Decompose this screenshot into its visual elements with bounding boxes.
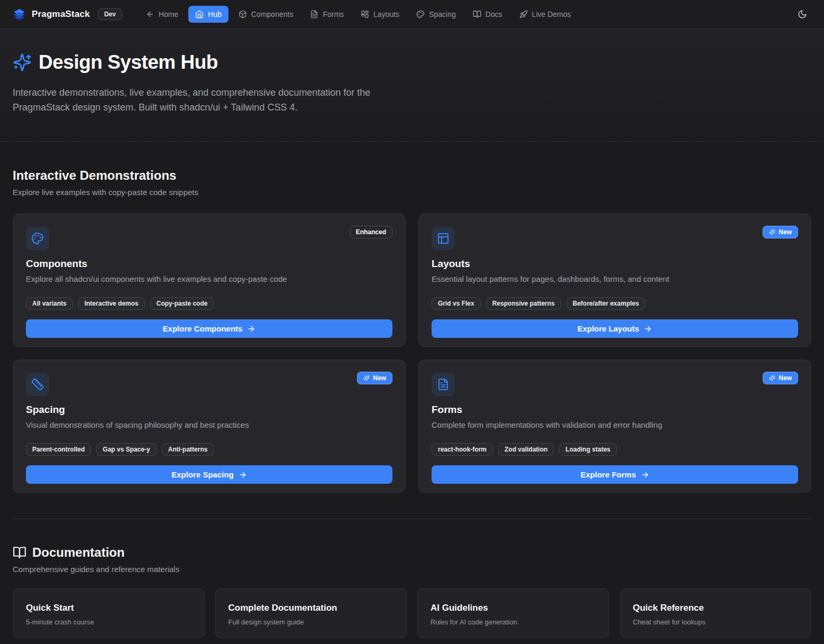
nav-item-hub[interactable]: Hub	[188, 6, 228, 23]
palette-icon	[31, 232, 44, 245]
arrow-right-icon	[641, 471, 649, 479]
explore-forms-button[interactable]: Explore Forms	[432, 465, 798, 484]
nav-label: Live Demos	[532, 10, 571, 19]
file-text-icon	[437, 378, 450, 391]
tag-badge: Loading states	[559, 443, 617, 456]
sparkles-icon	[363, 375, 370, 381]
card-title: Components	[26, 258, 392, 270]
explore-components-button[interactable]: Explore Components	[26, 319, 392, 338]
demos-heading: Interactive Demonstrations	[13, 168, 176, 183]
theme-toggle-button[interactable]	[793, 5, 811, 23]
doc-card-description: Cheat sheet for lookups	[633, 618, 799, 626]
enhanced-badge: Enhanced	[350, 226, 392, 238]
nav-item-live-demos[interactable]: Live Demos	[512, 6, 578, 23]
rocket-icon	[519, 10, 528, 19]
explore-layouts-button[interactable]: Explore Layouts	[432, 319, 798, 338]
box-icon	[239, 10, 247, 19]
button-label: Explore Spacing	[171, 470, 234, 479]
layouts-icon-tile	[432, 227, 455, 250]
new-badge: New	[763, 226, 798, 238]
nav-item-home[interactable]: Home	[139, 6, 185, 23]
nav-label: Forms	[323, 10, 344, 19]
doc-card-description: Full design system guide	[228, 618, 394, 626]
docs-subheading: Comprehensive guides and reference mater…	[13, 565, 811, 574]
tag-badge: Gap vs Space-y	[96, 443, 156, 456]
docs-cards-grid: Quick Start 5-minute crash course Comple…	[13, 588, 811, 638]
nav-label: Home	[159, 10, 178, 19]
layout-icon	[437, 232, 450, 245]
tag-badge: Grid vs Flex	[432, 297, 481, 310]
new-badge: New	[763, 372, 798, 384]
moon-icon	[798, 10, 807, 19]
nav-item-components[interactable]: Components	[232, 6, 300, 23]
sparkles-icon	[769, 229, 775, 235]
nav-item-forms[interactable]: Forms	[303, 6, 351, 23]
page-title: Design System Hub	[39, 51, 218, 73]
doc-card-quick-start[interactable]: Quick Start 5-minute crash course	[13, 588, 205, 638]
book-open-icon	[13, 546, 26, 559]
tag-badge: All variants	[26, 297, 73, 310]
demo-card-components: Enhanced Components Explore all shadcn/u…	[13, 214, 406, 347]
navbar: PragmaStack Dev Home Hub Components Form…	[0, 0, 824, 29]
layers-logo-icon	[13, 8, 26, 21]
doc-card-title: Quick Reference	[633, 603, 799, 613]
arrow-right-icon	[247, 325, 255, 333]
sparkles-icon	[13, 53, 32, 72]
arrow-left-icon	[146, 10, 154, 19]
doc-card-description: Rules for AI code generation	[431, 618, 596, 626]
arrow-right-icon	[644, 325, 652, 333]
nav-label: Spacing	[429, 10, 456, 19]
hero-description: Interactive demonstrations, live example…	[13, 85, 407, 115]
card-description: Explore all shadcn/ui components with li…	[26, 274, 392, 283]
button-label: Explore Layouts	[578, 324, 639, 333]
demos-section: Interactive Demonstrations Explore live …	[0, 168, 824, 493]
tag-row: All variants Interactive demos Copy-past…	[26, 297, 392, 310]
brand[interactable]: PragmaStack Dev	[13, 8, 122, 21]
arrow-right-icon	[239, 471, 247, 479]
card-description: Complete form implementations with valid…	[432, 420, 798, 429]
nav-item-docs[interactable]: Docs	[466, 6, 509, 23]
badge-label: New	[779, 374, 792, 382]
nav-item-layouts[interactable]: Layouts	[354, 6, 406, 23]
new-badge: New	[357, 372, 392, 384]
book-open-icon	[473, 10, 481, 19]
tag-row: Parent-controlled Gap vs Space-y Anti-pa…	[26, 443, 392, 456]
doc-card-title: Quick Start	[26, 603, 191, 613]
palette-icon	[416, 10, 425, 19]
explore-spacing-button[interactable]: Explore Spacing	[26, 465, 392, 484]
card-title: Forms	[432, 404, 798, 416]
demo-cards-grid: Enhanced Components Explore all shadcn/u…	[13, 214, 811, 493]
doc-card-description: 5-minute crash course	[26, 618, 191, 626]
demo-card-forms: New Forms Complete form implementations …	[418, 360, 811, 493]
sparkles-icon	[769, 375, 775, 381]
documentation-section: Documentation Comprehensive guides and r…	[0, 545, 824, 638]
doc-card-title: AI Guidelines	[431, 603, 596, 613]
card-title: Spacing	[26, 404, 392, 416]
home-icon	[195, 10, 204, 19]
demo-card-spacing: New Spacing Visual demonstrations of spa…	[13, 360, 406, 493]
demos-subheading: Explore live examples with copy-paste co…	[13, 188, 811, 197]
spacing-icon-tile	[26, 373, 49, 396]
doc-card-complete-documentation[interactable]: Complete Documentation Full design syste…	[215, 588, 407, 638]
nav-item-spacing[interactable]: Spacing	[409, 6, 463, 23]
tag-row: Grid vs Flex Responsive patterns Before/…	[432, 297, 798, 310]
docs-heading: Documentation	[32, 545, 125, 560]
nav-label: Hub	[208, 10, 222, 19]
button-label: Explore Components	[163, 324, 243, 333]
doc-card-ai-guidelines[interactable]: AI Guidelines Rules for AI code generati…	[417, 588, 609, 638]
card-description: Visual demonstrations of spacing philoso…	[26, 420, 392, 429]
tag-row: react-hook-form Zod validation Loading s…	[432, 443, 798, 456]
tag-badge: Parent-controlled	[26, 443, 91, 456]
doc-card-title: Complete Documentation	[228, 603, 394, 613]
layout-grid-icon	[361, 10, 369, 19]
tag-badge: Anti-patterns	[162, 443, 214, 456]
badge-label: New	[779, 228, 792, 236]
demo-card-layouts: New Layouts Essential layout patterns fo…	[418, 214, 811, 347]
components-icon-tile	[26, 227, 49, 250]
file-text-icon	[310, 10, 318, 19]
brand-name: PragmaStack	[32, 9, 90, 20]
main-nav: Home Hub Components Forms Layouts Spacin…	[139, 6, 578, 23]
tag-badge: Copy-paste code	[150, 297, 214, 310]
doc-card-quick-reference[interactable]: Quick Reference Cheat sheet for lookups	[620, 588, 812, 638]
tag-badge: react-hook-form	[432, 443, 493, 456]
